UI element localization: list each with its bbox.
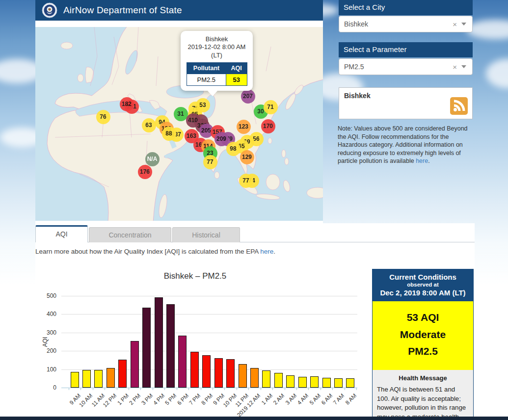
note-link[interactable]: here xyxy=(416,158,428,164)
world-map[interactable]: 1811827663941361378831798553214103292051… xyxy=(35,27,323,221)
x-axis-tick xyxy=(93,388,93,390)
chart-bar[interactable] xyxy=(334,378,343,388)
chart-bar[interactable] xyxy=(94,370,103,388)
aqi-map-marker[interactable]: 98 xyxy=(226,142,241,156)
popup-table: Pollutant AQI PM2.5 53 xyxy=(187,62,247,86)
learn-more-period: . xyxy=(273,248,275,255)
chart-bar[interactable] xyxy=(262,370,270,388)
chart-bar[interactable] xyxy=(155,297,163,388)
app-header: AirNow Department of State xyxy=(35,0,323,21)
parameter-select[interactable]: PM2.5 × xyxy=(339,58,473,75)
chart-bar[interactable] xyxy=(239,364,247,388)
x-axis-tick xyxy=(321,388,321,390)
cc-title: Current Conditions xyxy=(374,273,471,281)
x-axis-tick xyxy=(80,388,81,390)
chart-bar[interactable] xyxy=(214,358,223,388)
aqi-map-marker[interactable]: 88 xyxy=(162,127,176,141)
x-axis-tick xyxy=(224,388,225,390)
rss-city-label: Bishkek xyxy=(344,92,467,100)
learn-more-link[interactable]: here xyxy=(260,248,273,255)
x-axis-tick xyxy=(345,388,345,390)
note-body: Note: Values above 500 are considered Be… xyxy=(338,125,468,164)
tab-aqi[interactable]: AQI xyxy=(35,225,88,242)
chart-bar[interactable] xyxy=(166,304,175,388)
x-axis-tick xyxy=(296,388,297,390)
chart-bar[interactable] xyxy=(131,341,139,388)
chart-gridline xyxy=(61,314,357,315)
city-chevron-down-icon[interactable] xyxy=(461,23,466,26)
city-select[interactable]: Bishkek × xyxy=(339,16,473,32)
rss-icon[interactable] xyxy=(450,97,468,115)
aqi-map-marker[interactable]: 76 xyxy=(96,110,110,124)
chart-bar[interactable] xyxy=(82,370,91,388)
parameter-clear-icon[interactable]: × xyxy=(448,63,461,71)
x-axis-tick xyxy=(356,388,357,390)
x-axis-tick xyxy=(272,388,273,390)
x-axis-tick xyxy=(248,388,249,390)
chart-bar[interactable] xyxy=(226,359,235,388)
chart-bar[interactable] xyxy=(286,375,294,388)
aqi-map-marker[interactable]: 77 xyxy=(239,174,253,188)
city-select-value: Bishkek xyxy=(339,20,448,28)
x-axis-tick xyxy=(140,388,141,390)
popup-datetime: 2019-12-02 8:00 AM (LT) xyxy=(185,43,249,59)
select-parameter-header: Select a Parameter xyxy=(339,42,473,57)
aqi-map-marker[interactable]: 176 xyxy=(138,165,152,179)
tab-bar: AQI Concentration Historical xyxy=(35,225,475,242)
popup-pointer xyxy=(207,90,218,96)
chart-bar[interactable] xyxy=(322,378,331,388)
popup-pollutant-value: PM2.5 xyxy=(187,74,226,85)
x-axis-tick xyxy=(201,388,201,390)
x-axis-tick xyxy=(177,388,177,390)
chart-ylabel: AQI xyxy=(42,337,49,347)
aqi-map-marker[interactable]: 170 xyxy=(261,119,275,133)
chart-bar[interactable] xyxy=(250,368,259,388)
chart-bar[interactable] xyxy=(107,368,115,388)
popup-city: Bishkek xyxy=(185,35,249,43)
beyond-aqi-note: Note: Values above 500 are considered Be… xyxy=(338,125,476,165)
chart-bar[interactable] xyxy=(178,336,187,388)
x-axis-tick xyxy=(237,388,237,390)
tab-historical[interactable]: Historical xyxy=(172,227,240,242)
chart-bar[interactable] xyxy=(274,373,283,388)
y-axis-tick-label: 0 xyxy=(37,384,56,391)
city-clear-icon[interactable]: × xyxy=(448,20,461,28)
aqi-map-marker[interactable]: 209 xyxy=(214,132,229,146)
chart-bar[interactable] xyxy=(118,360,127,388)
chart-bar[interactable] xyxy=(190,352,199,388)
rss-feed-box: Bishkek xyxy=(339,87,473,119)
aqi-map-marker[interactable]: 207 xyxy=(241,89,255,104)
current-conditions-header: Current Conditions observed at Dec 2, 20… xyxy=(373,269,473,301)
aqi-map-marker[interactable]: 129 xyxy=(240,150,254,164)
cc-subtitle: observed at xyxy=(374,282,471,288)
chart-bar[interactable] xyxy=(202,355,211,388)
chart-bar[interactable] xyxy=(310,376,319,388)
chart-bar[interactable] xyxy=(346,378,354,388)
aqi-map-marker[interactable]: 123 xyxy=(237,120,251,134)
x-axis-tick xyxy=(69,388,69,390)
footer-bar xyxy=(0,417,508,420)
aqi-map-marker[interactable]: 77 xyxy=(203,155,217,169)
x-axis-tick xyxy=(285,388,285,390)
chart-bar[interactable] xyxy=(71,372,79,388)
parameter-chevron-down-icon[interactable] xyxy=(461,65,466,68)
x-axis-tick xyxy=(153,388,153,390)
aqi-map-marker[interactable]: 53 xyxy=(196,98,210,112)
chart-gridline xyxy=(61,351,357,351)
chart-gridline xyxy=(61,296,357,296)
tab-concentration[interactable]: Concentration xyxy=(89,227,171,242)
health-message-text: The AQI is between 51 and 100. Air quali… xyxy=(377,385,469,420)
aqi-map-marker[interactable]: 182 xyxy=(120,97,134,111)
aqi-map-marker[interactable]: 31 xyxy=(174,107,188,121)
map-popup: Bishkek 2019-12-02 8:00 AM (LT) Pollutan… xyxy=(181,31,253,91)
x-axis-tick xyxy=(164,388,165,390)
page-title: AirNow Department of State xyxy=(63,5,182,16)
chart-baseline xyxy=(61,388,357,388)
x-axis-tick xyxy=(213,388,213,390)
chart-bar[interactable] xyxy=(142,308,151,388)
aqi-map-marker[interactable]: 63 xyxy=(142,118,156,132)
aqi-map-marker[interactable]: N/A xyxy=(145,152,160,166)
aqi-map-marker[interactable]: 71 xyxy=(264,100,278,114)
x-axis-tick xyxy=(332,388,333,390)
chart-bar[interactable] xyxy=(298,377,307,388)
